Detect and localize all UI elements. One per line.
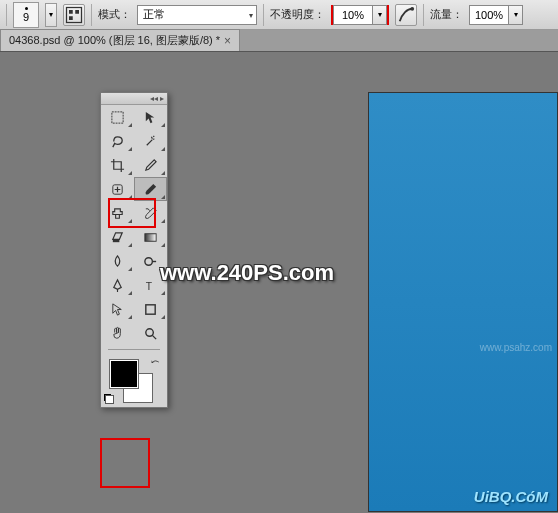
opacity-value: 10% [333,5,373,25]
separator [6,4,7,26]
path-selection-tool[interactable] [101,297,134,321]
color-swatches: ⤺ [101,353,167,407]
svg-text:T: T [146,281,153,292]
flow-input[interactable]: 100% ▾ [469,5,523,25]
svg-point-11 [146,328,154,336]
magic-wand-tool[interactable] [134,129,167,153]
document-canvas[interactable] [368,92,558,512]
watermark-corner: UiBQ.CóM [474,488,548,505]
flow-label: 流量： [430,7,463,22]
svg-point-8 [145,257,153,265]
brush-tool[interactable] [134,177,167,201]
chevron-down-icon: ▾ [249,10,253,19]
pressure-opacity-icon[interactable] [395,4,417,26]
watermark-main: www.240PS.com [160,260,334,286]
svg-rect-7 [145,233,156,241]
move-tool[interactable] [134,105,167,129]
crop-tool[interactable] [101,153,134,177]
separator [263,4,264,26]
svg-rect-5 [112,111,123,122]
marquee-tool[interactable] [101,105,134,129]
shape-tool[interactable] [134,297,167,321]
eyedropper-tool[interactable] [134,153,167,177]
blend-mode-select[interactable]: 正常 ▾ [137,5,257,25]
svg-rect-3 [69,16,73,20]
default-colors-icon[interactable] [104,394,114,404]
blur-tool[interactable] [101,249,134,273]
swap-colors-icon[interactable]: ⤺ [151,356,159,367]
document-tab-title: 04368.psd @ 100% (图层 16, 图层蒙版/8) * [9,33,220,48]
tools-panel: ◂◂ ▸ T ⤺ [100,92,168,408]
opacity-dropdown[interactable]: ▾ [373,5,387,25]
opacity-label: 不透明度： [270,7,325,22]
flow-dropdown[interactable]: ▾ [509,5,523,25]
opacity-input[interactable]: 10% ▾ [331,5,389,25]
zoom-tool[interactable] [134,321,167,345]
options-bar: 9 ▾ 模式： 正常 ▾ 不透明度： 10% ▾ 流量： 100% ▾ [0,0,558,30]
lasso-tool[interactable] [101,129,134,153]
svg-rect-2 [75,10,79,14]
document-tab[interactable]: 04368.psd @ 100% (图层 16, 图层蒙版/8) * × [0,29,240,51]
brush-size-value: 9 [23,11,29,23]
separator [91,4,92,26]
eraser-tool[interactable] [101,225,134,249]
pen-tool[interactable] [101,273,134,297]
tool-separator [101,345,167,353]
svg-rect-1 [69,10,73,14]
brush-preset-dropdown[interactable]: ▾ [45,3,57,27]
healing-brush-tool[interactable] [101,177,134,201]
svg-point-4 [410,6,414,10]
hand-tool[interactable] [101,321,134,345]
svg-rect-10 [146,304,155,313]
history-brush-tool[interactable] [134,201,167,225]
clone-stamp-tool[interactable] [101,201,134,225]
panel-collapse-icon[interactable]: ◂◂ ▸ [101,93,167,105]
tools-grid: T ⤺ [101,105,167,407]
separator [423,4,424,26]
brush-preset[interactable]: 9 [13,2,39,28]
document-tab-bar: 04368.psd @ 100% (图层 16, 图层蒙版/8) * × [0,30,558,52]
gradient-tool[interactable] [134,225,167,249]
flow-value: 100% [469,5,509,25]
foreground-color-swatch[interactable] [109,359,139,389]
blend-mode-value: 正常 [143,7,165,22]
brush-panel-toggle-icon[interactable] [63,4,85,26]
watermark-side: www.psahz.com [480,342,552,353]
close-tab-icon[interactable]: × [224,34,231,48]
svg-rect-0 [67,7,82,22]
mode-label: 模式： [98,7,131,22]
